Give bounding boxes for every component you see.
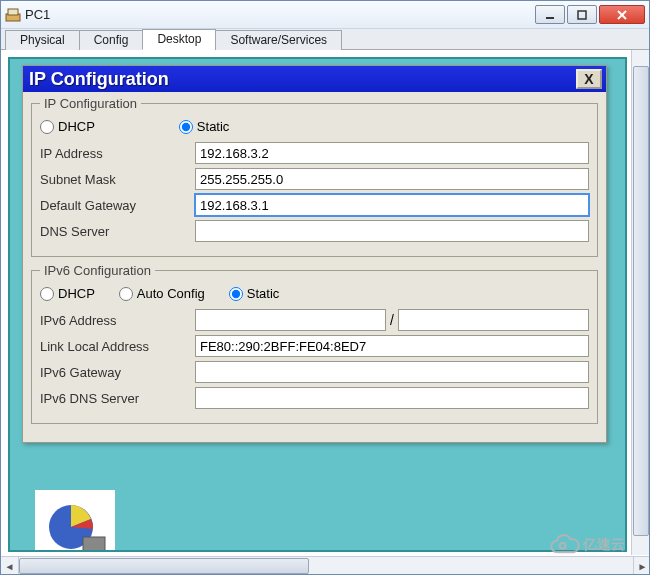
tab-software-services[interactable]: Software/Services [215, 30, 342, 50]
svg-rect-7 [83, 537, 105, 552]
hscroll-right-arrow[interactable]: ► [633, 557, 649, 574]
tab-desktop[interactable]: Desktop [142, 29, 216, 50]
ip-configuration-dialog: IP Configuration X IP Configuration DHCP… [22, 65, 607, 443]
link-local-label: Link Local Address [40, 339, 195, 354]
ipv4-static-option[interactable]: Static [179, 119, 230, 134]
ipv6-legend: IPv6 Configuration [40, 263, 155, 278]
link-local-input[interactable] [195, 335, 589, 357]
svg-rect-1 [8, 9, 18, 15]
dialog-title: IP Configuration [27, 69, 576, 90]
ipv6-prefix-input[interactable] [398, 309, 589, 331]
ipv6-auto-option[interactable]: Auto Config [119, 286, 205, 301]
app-icon [5, 7, 21, 23]
horizontal-scroll-thumb[interactable] [19, 558, 309, 574]
ipv4-fieldset: IP Configuration DHCP Static IP Address … [31, 96, 598, 257]
vertical-scroll-thumb[interactable] [633, 66, 649, 536]
ipv6-prefix-slash: / [390, 312, 394, 328]
subnet-mask-label: Subnet Mask [40, 172, 195, 187]
ipv6-static-radio[interactable] [229, 287, 243, 301]
ipv6-dns-input[interactable] [195, 387, 589, 409]
dialog-close-button[interactable]: X [576, 69, 602, 89]
ipv6-auto-radio[interactable] [119, 287, 133, 301]
content-area: IP Configuration X IP Configuration DHCP… [1, 50, 649, 574]
ipv4-dhcp-radio[interactable] [40, 120, 54, 134]
app-window: PC1 Physical Config Desktop Software/Ser… [0, 0, 650, 575]
window-title: PC1 [25, 7, 535, 22]
hscroll-left-arrow[interactable]: ◄ [1, 557, 19, 574]
ipv4-dhcp-option[interactable]: DHCP [40, 119, 95, 134]
desktop-app-icon[interactable] [35, 490, 115, 552]
subnet-mask-input[interactable] [195, 168, 589, 190]
svg-rect-3 [578, 11, 586, 19]
ipv6-address-input[interactable] [195, 309, 386, 331]
default-gateway-input[interactable] [195, 194, 589, 216]
default-gateway-label: Default Gateway [40, 198, 195, 213]
horizontal-scrollbar[interactable]: ◄ ► [1, 556, 649, 574]
ipv6-gateway-label: IPv6 Gateway [40, 365, 195, 380]
minimize-button[interactable] [535, 5, 565, 24]
ip-address-input[interactable] [195, 142, 589, 164]
ipv6-dns-label: IPv6 DNS Server [40, 391, 195, 406]
dns-server-input[interactable] [195, 220, 589, 242]
ipv6-dhcp-option[interactable]: DHCP [40, 286, 95, 301]
ipv4-legend: IP Configuration [40, 96, 141, 111]
dialog-titlebar[interactable]: IP Configuration X [23, 66, 606, 92]
tab-physical[interactable]: Physical [5, 30, 80, 50]
ipv6-dhcp-radio[interactable] [40, 287, 54, 301]
maximize-button[interactable] [567, 5, 597, 24]
ip-address-label: IP Address [40, 146, 195, 161]
ipv6-fieldset: IPv6 Configuration DHCP Auto Config Stat… [31, 263, 598, 424]
desktop-background: IP Configuration X IP Configuration DHCP… [8, 57, 627, 552]
close-button[interactable] [599, 5, 645, 24]
ipv6-gateway-input[interactable] [195, 361, 589, 383]
titlebar[interactable]: PC1 [1, 1, 649, 29]
ipv4-static-radio[interactable] [179, 120, 193, 134]
tab-bar: Physical Config Desktop Software/Service… [1, 29, 649, 50]
vertical-scrollbar[interactable] [631, 50, 649, 555]
ipv6-address-label: IPv6 Address [40, 313, 195, 328]
ipv6-static-option[interactable]: Static [229, 286, 280, 301]
tab-config[interactable]: Config [79, 30, 144, 50]
dns-server-label: DNS Server [40, 224, 195, 239]
